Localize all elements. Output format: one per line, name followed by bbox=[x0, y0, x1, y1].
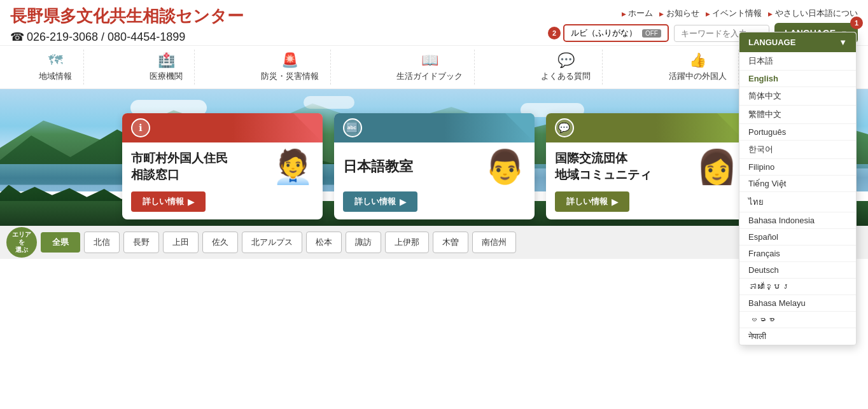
region-btn-kitaalps[interactable]: 北アルプス bbox=[242, 232, 302, 253]
region-btn-hokushin[interactable]: 北信 bbox=[84, 232, 120, 253]
card1-detail-button[interactable]: 詳しい情報 ▶ bbox=[131, 191, 206, 212]
arrow-icon: ▶ bbox=[400, 197, 406, 207]
nav-link-easyjp[interactable]: ▶ やさしい日本語につい bbox=[768, 8, 858, 19]
language-dropdown: LANGUAGE ▼ 日本語 English 简体中文 繁體中文 Portugu… bbox=[739, 32, 857, 345]
language-option-khmer[interactable]: ភាសាខ្មែរ bbox=[739, 279, 856, 295]
language-option-japanese[interactable]: 日本語 bbox=[739, 52, 856, 71]
language-option-spanish[interactable]: Español bbox=[739, 229, 856, 246]
card-consultation: ℹ 市町村外国人住民 相談窓口 🧑‍💼 詳しい情報 ▶ bbox=[122, 113, 323, 219]
hero-section: ℹ 市町村外国人住民 相談窓口 🧑‍💼 詳しい情報 ▶ 🔤 bbox=[0, 89, 868, 226]
region-btn-all[interactable]: 全県 bbox=[41, 232, 80, 253]
nav-item-iryou[interactable]: 🏥 医療機関 bbox=[138, 50, 195, 85]
region-btn-saku[interactable]: 佐久 bbox=[202, 232, 238, 253]
card3-detail-button[interactable]: 詳しい情報 ▶ bbox=[555, 191, 629, 212]
area-select-label: エリアを選ぶ bbox=[6, 227, 37, 258]
ruby-toggle-wrapper[interactable]: ルビ（ふりがな） OFF bbox=[563, 24, 669, 42]
card-community: 💬 国際交流団体 地域コミュニティ 👩 詳しい情報 ▶ bbox=[546, 113, 746, 219]
nav-item-chiiki[interactable]: 🗺 地域情報 bbox=[27, 50, 84, 85]
card-japanese-class: 🔤 日本語教室 👨 詳しい情報 ▶ bbox=[334, 113, 535, 219]
nav-link-news[interactable]: ▶ お知らせ bbox=[659, 8, 699, 19]
arrow-icon: ▶ bbox=[188, 197, 194, 207]
nav-item-faq[interactable]: 💬 よくある質問 bbox=[529, 50, 603, 85]
region-btn-kamiina[interactable]: 上伊那 bbox=[385, 232, 429, 253]
language-option-thai[interactable]: ไทย bbox=[739, 192, 856, 212]
card2-title: 日本語教室 bbox=[343, 157, 413, 177]
language-option-burmese[interactable]: ဗမာစာ bbox=[739, 312, 856, 328]
phone-number: ☎026-219-3068 / 080-4454-1899 bbox=[10, 30, 244, 44]
nav-item-bousai[interactable]: 🚨 防災・災害情報 bbox=[249, 50, 331, 85]
ruby-toggle-label: ルビ（ふりがな） bbox=[571, 27, 637, 39]
language-option-korean[interactable]: 한국어 bbox=[739, 141, 856, 159]
language-option-simplified-chinese[interactable]: 简体中文 bbox=[739, 87, 856, 106]
language-option-indonesian[interactable]: Bahasa Indonesia bbox=[739, 212, 856, 229]
cards-container: ℹ 市町村外国人住民 相談窓口 🧑‍💼 詳しい情報 ▶ 🔤 bbox=[0, 113, 868, 219]
annotation-2: 2 bbox=[548, 27, 561, 39]
language-option-french[interactable]: Français bbox=[739, 246, 856, 262]
card2-figure: 👨 bbox=[484, 150, 526, 183]
language-option-german[interactable]: Deutsch bbox=[739, 262, 856, 279]
ruby-toggle-state: OFF bbox=[642, 29, 661, 38]
card3-title: 国際交流団体 地域コミュニティ bbox=[555, 150, 652, 184]
region-btn-matsumoto[interactable]: 松本 bbox=[306, 232, 342, 253]
card2-detail-button[interactable]: 詳しい情報 ▶ bbox=[343, 191, 417, 212]
language-option-nepali[interactable]: नेपाली bbox=[739, 328, 856, 345]
card1-title: 市町村外国人住民 相談窓口 bbox=[131, 150, 228, 184]
faq-icon: 💬 bbox=[557, 52, 575, 69]
language-option-traditional-chinese[interactable]: 繁體中文 bbox=[739, 106, 856, 124]
foreigners-icon: 👍 bbox=[689, 52, 706, 69]
nav-link-events[interactable]: ▶ イベント情報 bbox=[706, 8, 762, 19]
bottom-bar: エリアを選ぶ 全県 北信 長野 上田 佐久 北アルプス 松本 諏訪 上伊那 木曽… bbox=[0, 226, 868, 259]
site-branding: 長野県多文化共生相談センター ☎026-219-3068 / 080-4454-… bbox=[10, 5, 244, 44]
nav-item-foreigners[interactable]: 👍 活躍中の外国人 bbox=[657, 50, 739, 85]
bousai-icon: 🚨 bbox=[281, 52, 298, 69]
language-option-english[interactable]: English bbox=[739, 71, 856, 87]
region-btn-kiso[interactable]: 木曽 bbox=[433, 232, 468, 253]
iryou-icon: 🏥 bbox=[158, 52, 175, 69]
nav-menu: 🗺 地域情報 🏥 医療機関 🚨 防災・災害情報 📖 生活ガイドブック 💬 よくあ… bbox=[0, 45, 868, 89]
annotation-1: 1 bbox=[850, 17, 863, 29]
guide-icon: 📖 bbox=[421, 52, 438, 69]
chiiki-icon: 🗺 bbox=[48, 52, 62, 69]
arrow-icon: ▶ bbox=[612, 197, 618, 207]
dropdown-arrow-icon: ▼ bbox=[839, 38, 847, 47]
language-option-portuguese[interactable]: Português bbox=[739, 124, 856, 141]
nav-item-guide[interactable]: 📖 生活ガイドブック bbox=[385, 50, 475, 85]
card1-figure: 🧑‍💼 bbox=[272, 150, 314, 183]
region-btn-minamishinshuu[interactable]: 南信州 bbox=[472, 232, 516, 253]
header: 長野県多文化共生相談センター ☎026-219-3068 / 080-4454-… bbox=[0, 0, 868, 44]
card3-figure: 👩 bbox=[696, 150, 738, 183]
nav-link-home[interactable]: ▶ ホーム bbox=[622, 8, 654, 19]
nav-links: ▶ ホーム ▶ お知らせ ▶ イベント情報 ▶ やさしい日本語につい bbox=[622, 8, 858, 19]
region-btn-ueda[interactable]: 上田 bbox=[163, 232, 199, 253]
language-option-vietnamese[interactable]: Tiếng Việt bbox=[739, 176, 856, 192]
site-title: 長野県多文化共生相談センター bbox=[10, 5, 244, 27]
language-dropdown-header: LANGUAGE ▼ bbox=[739, 32, 856, 52]
region-btn-nagano[interactable]: 長野 bbox=[123, 232, 159, 253]
language-option-malay[interactable]: Bahasa Melayu bbox=[739, 295, 856, 312]
language-option-filipino[interactable]: Filipino bbox=[739, 159, 856, 176]
region-btn-suwa[interactable]: 諏訪 bbox=[346, 232, 381, 253]
